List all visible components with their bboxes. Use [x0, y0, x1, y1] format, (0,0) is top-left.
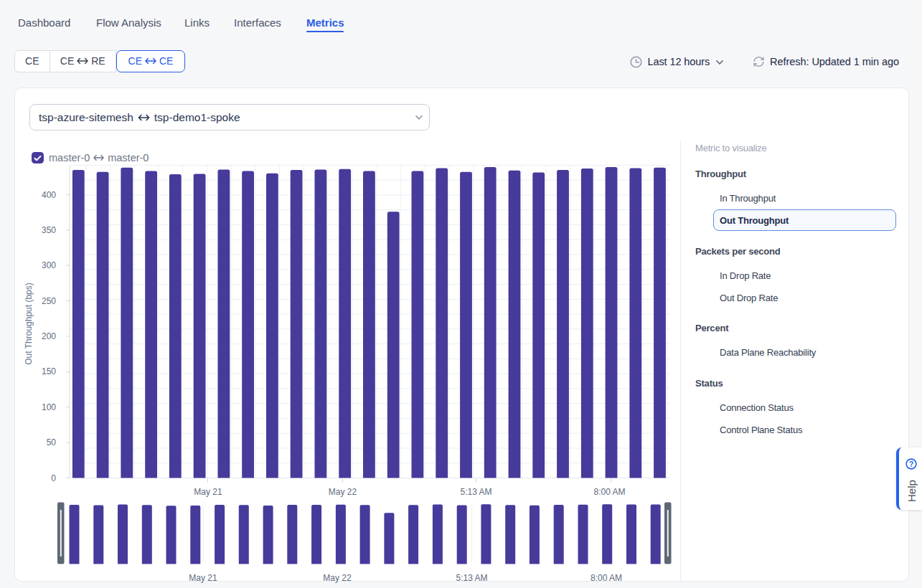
svg-text:400: 400 — [42, 190, 56, 200]
svg-text:0: 0 — [51, 473, 56, 483]
svg-text:100: 100 — [42, 402, 56, 412]
svg-text:250: 250 — [42, 296, 56, 306]
svg-text:200: 200 — [42, 331, 56, 341]
svg-text:350: 350 — [42, 225, 56, 235]
svg-text:8:00 AM: 8:00 AM — [591, 573, 622, 583]
svg-text:May 21: May 21 — [194, 487, 222, 497]
svg-text:50: 50 — [47, 437, 57, 447]
svg-text:300: 300 — [42, 260, 56, 270]
svg-text:?: ? — [908, 460, 913, 468]
svg-text:8:00 AM: 8:00 AM — [593, 487, 625, 497]
svg-text:Out Throughput (bps): Out Throughput (bps) — [24, 283, 34, 365]
svg-text:May 22: May 22 — [329, 487, 357, 497]
svg-text:May 22: May 22 — [323, 573, 352, 583]
svg-text:5:13 AM: 5:13 AM — [460, 487, 491, 497]
svg-text:5:13 AM: 5:13 AM — [456, 573, 487, 583]
svg-text:150: 150 — [42, 366, 56, 376]
svg-text:May 21: May 21 — [189, 573, 217, 583]
